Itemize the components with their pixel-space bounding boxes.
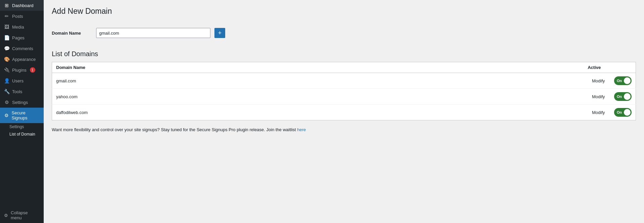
modify-cell: Modify — [575, 73, 609, 89]
sidebar-item-label: Media — [12, 25, 24, 30]
table-row: gmail.com Modify On — [52, 73, 636, 89]
sidebar-sub-list-of-domain[interactable]: List of Domain — [0, 131, 44, 138]
table-row: daffodilweb.com Modify On — [52, 105, 636, 120]
col-domain-name-header: Domain Name — [52, 62, 575, 73]
toggle-knob — [624, 93, 631, 100]
sidebar-item-label: Comments — [12, 46, 33, 51]
sidebar-item-label: Plugins — [12, 68, 27, 73]
sidebar-item-label: Posts — [12, 14, 23, 19]
toggle-cell: On — [609, 73, 636, 89]
toggle-label: On — [617, 79, 622, 83]
sidebar-item-label: Secure Signups — [12, 110, 40, 120]
col-active-header: Active — [575, 62, 609, 73]
table-row: yahoo.com Modify On — [52, 89, 636, 105]
main-content: Add New Domain Domain Name + List of Dom… — [44, 0, 644, 223]
toggle-knob — [624, 109, 631, 116]
domain-name-input[interactable] — [96, 28, 210, 38]
toggle-switch[interactable]: On — [614, 108, 632, 117]
table-header-row: Domain Name Active — [52, 62, 636, 73]
modify-link[interactable]: Modify — [592, 94, 605, 99]
toggle-cell: On — [609, 105, 636, 120]
posts-icon: ✏ — [4, 13, 9, 19]
add-domain-button[interactable]: + — [214, 28, 225, 38]
toggle-wrapper[interactable]: On — [614, 76, 632, 85]
promo-text: Want more flexibility and control over y… — [52, 127, 636, 132]
domains-table: Domain Name Active gmail.com Modify On y… — [52, 62, 636, 120]
toggle-switch[interactable]: On — [614, 92, 632, 101]
list-of-domains-title: List of Domains — [52, 50, 636, 58]
sidebar-item-tools[interactable]: 🔧 Tools — [0, 86, 44, 97]
page-title: Add New Domain — [52, 7, 636, 16]
plugins-badge: 1 — [30, 67, 35, 73]
tools-icon: 🔧 — [4, 89, 9, 94]
sidebar-sub-label: List of Domain — [9, 132, 35, 137]
sidebar-item-comments[interactable]: 💬 Comments — [0, 43, 44, 54]
collapse-label: Collapse menu — [11, 210, 40, 220]
domain-name-label: Domain Name — [52, 31, 92, 36]
sidebar-item-dashboard[interactable]: ⊞ Dashboard — [0, 0, 44, 11]
sidebar-item-users[interactable]: 👤 Users — [0, 75, 44, 86]
sidebar-item-appearance[interactable]: 🎨 Appearance — [0, 54, 44, 65]
sidebar-item-label: Dashboard — [12, 3, 34, 8]
modify-link[interactable]: Modify — [592, 110, 605, 115]
toggle-label: On — [617, 110, 622, 114]
users-icon: 👤 — [4, 78, 9, 83]
appearance-icon: 🎨 — [4, 57, 9, 62]
sidebar-item-label: Tools — [12, 89, 22, 94]
promo-link[interactable]: here — [297, 127, 306, 132]
toggle-cell: On — [609, 89, 636, 105]
sidebar-sub-label: Settings — [9, 124, 24, 129]
modify-cell: Modify — [575, 89, 609, 105]
toggle-wrapper[interactable]: On — [614, 92, 632, 101]
collapse-icon: ⚙ — [4, 213, 8, 218]
sidebar-item-media[interactable]: 🖼 Media — [0, 22, 44, 32]
secure-signups-icon: ⚙ — [4, 113, 9, 118]
plugins-icon: 🔌 — [4, 67, 9, 73]
sidebar-item-label: Appearance — [12, 57, 36, 62]
sidebar-item-pages[interactable]: 📄 Pages — [0, 32, 44, 43]
modify-link[interactable]: Modify — [592, 78, 605, 83]
modify-cell: Modify — [575, 105, 609, 120]
domain-name-cell: gmail.com — [52, 73, 575, 89]
sidebar-item-label: Settings — [12, 100, 28, 105]
toggle-wrapper[interactable]: On — [614, 108, 632, 117]
domain-name-cell: yahoo.com — [52, 89, 575, 105]
add-domain-section: Domain Name + — [52, 23, 636, 43]
comments-icon: 💬 — [4, 46, 9, 51]
toggle-label: On — [617, 95, 622, 99]
media-icon: 🖼 — [4, 24, 9, 30]
promo-text-body: Want more flexibility and control over y… — [52, 127, 297, 132]
sidebar-item-posts[interactable]: ✏ Posts — [0, 11, 44, 22]
domain-input-row: Domain Name + — [52, 23, 636, 43]
sidebar-item-secure-signups[interactable]: ⚙ Secure Signups — [0, 108, 44, 123]
sidebar-item-label: Pages — [12, 35, 25, 40]
domain-name-cell: daffodilweb.com — [52, 105, 575, 120]
dashboard-icon: ⊞ — [4, 3, 9, 8]
sidebar-sub-settings[interactable]: Settings — [0, 123, 44, 131]
pages-icon: 📄 — [4, 35, 9, 40]
sidebar-item-label: Users — [12, 78, 24, 83]
sidebar-item-settings[interactable]: ⚙ Settings — [0, 97, 44, 108]
settings-icon: ⚙ — [4, 100, 9, 105]
collapse-menu-button[interactable]: ⚙ Collapse menu — [0, 208, 44, 223]
sidebar-item-plugins[interactable]: 🔌 Plugins 1 — [0, 65, 44, 75]
toggle-knob — [624, 77, 631, 84]
sidebar: ⊞ Dashboard ✏ Posts 🖼 Media 📄 Pages 💬 Co… — [0, 0, 44, 223]
toggle-switch[interactable]: On — [614, 76, 632, 85]
